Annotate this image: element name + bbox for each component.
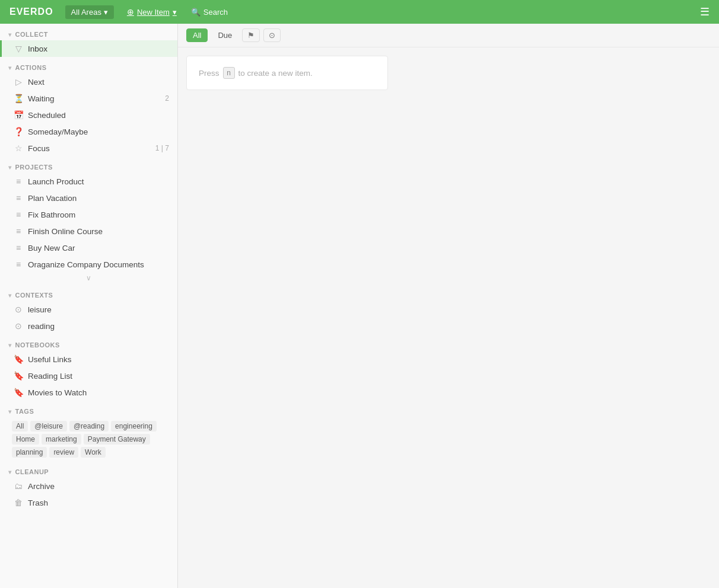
sidebar: ▾ COLLECT ▽ Inbox ▾ ACTIONS ▷ Next ⏳ Wai… (0, 24, 178, 588)
menu-button[interactable]: ☰ (700, 7, 710, 17)
search-button[interactable]: 🔍 Search (184, 5, 235, 19)
actions-section-header[interactable]: ▾ ACTIONS (0, 57, 177, 74)
cleanup-section-header[interactable]: ▾ CLEANUP (0, 461, 177, 478)
contexts-list: ⊙ leisure ⊙ reading (0, 301, 177, 334)
projects-list: ≡ Launch Product ≡ Plan Vacation ≡ Fix B… (0, 173, 177, 273)
sidebar-item-next[interactable]: ▷ Next (0, 74, 177, 90)
sidebar-item-waiting[interactable]: ⏳ Waiting 2 (0, 90, 177, 107)
main-content: All Due ⚑ ⊙ Press n to create a new item… (178, 24, 719, 588)
filter-all-button[interactable]: All (186, 28, 208, 42)
projects-section-label: PROJECTS (15, 164, 53, 171)
focus-label: Focus (28, 144, 151, 153)
filter-due-label: Due (218, 31, 232, 40)
tag-chip[interactable]: review (49, 447, 78, 458)
areas-label: All Areas (71, 8, 101, 17)
notebooks-chevron-icon: ▾ (8, 342, 12, 349)
project-label: Launch Product (28, 177, 169, 186)
archive-icon: 🗂 (14, 481, 23, 491)
tags-section-label: TAGS (15, 408, 34, 415)
notebook-label: Reading List (28, 372, 169, 381)
sidebar-item-context[interactable]: ⊙ reading (0, 318, 177, 334)
sidebar-item-project[interactable]: ≡ Finish Online Course (0, 223, 177, 239)
notebooks-section-header[interactable]: ▾ NOTEBOOKS (0, 334, 177, 351)
show-more-projects-button[interactable]: ∨ (0, 273, 177, 285)
tag-chip[interactable]: marketing (42, 434, 81, 445)
tag-chip[interactable]: Work (81, 447, 106, 458)
plus-circle-icon: ⊕ (127, 7, 134, 17)
tag-chip[interactable]: Home (12, 434, 39, 445)
tags-section-header[interactable]: ▾ TAGS (0, 401, 177, 417)
sidebar-item-notebook[interactable]: 🔖 Movies to Watch (0, 384, 177, 401)
hint-press-text: Press (199, 69, 219, 78)
sidebar-item-project[interactable]: ≡ Buy New Car (0, 239, 177, 256)
context-label: reading (28, 322, 169, 331)
projects-section-header[interactable]: ▾ PROJECTS (0, 156, 177, 173)
project-icon: ≡ (14, 177, 23, 186)
new-item-hint: Press n to create a new item. (186, 56, 388, 90)
sidebar-item-focus[interactable]: ☆ Focus 1 | 7 (0, 140, 177, 156)
sidebar-item-archive[interactable]: 🗂 Archive (0, 478, 177, 494)
project-icon: ≡ (14, 193, 23, 203)
filter-flag-button[interactable]: ⚑ (242, 28, 260, 42)
sidebar-item-notebook[interactable]: 🔖 Useful Links (0, 351, 177, 368)
tags-chevron-icon: ▾ (8, 408, 12, 415)
tag-chip[interactable]: Payment Gateway (84, 434, 150, 445)
sidebar-item-someday[interactable]: ❓ Someday/Maybe (0, 123, 177, 140)
waiting-badge: 2 (165, 94, 169, 103)
areas-dropdown-button[interactable]: All Areas ▾ (65, 5, 114, 19)
cleanup-section-label: CLEANUP (15, 468, 49, 475)
next-label: Next (28, 78, 169, 87)
sidebar-item-trash[interactable]: 🗑 Trash (0, 494, 177, 511)
search-icon: 🔍 (191, 8, 201, 17)
sidebar-item-inbox[interactable]: ▽ Inbox (0, 40, 177, 57)
context-icon: ⊙ (14, 321, 23, 331)
flag-icon: ⚑ (247, 31, 254, 40)
collect-chevron-icon: ▾ (8, 31, 12, 38)
sidebar-item-project[interactable]: ≡ Fix Bathroom (0, 206, 177, 223)
sidebar-item-notebook[interactable]: 🔖 Reading List (0, 368, 177, 384)
clock-icon: ⊙ (269, 31, 275, 40)
filter-all-label: All (193, 31, 201, 40)
sidebar-item-project[interactable]: ≡ Launch Product (0, 173, 177, 190)
sidebar-item-project[interactable]: ≡ Oraganize Company Documents (0, 256, 177, 273)
notebook-label: Useful Links (28, 355, 169, 364)
scheduled-label: Scheduled (28, 111, 169, 120)
areas-chevron-icon: ▾ (104, 8, 108, 17)
next-icon: ▷ (14, 77, 23, 87)
filter-clock-button[interactable]: ⊙ (263, 28, 281, 42)
notebook-icon: 🔖 (14, 371, 23, 381)
notebook-label: Movies to Watch (28, 388, 169, 397)
focus-icon: ☆ (14, 143, 23, 153)
notebooks-list: 🔖 Useful Links 🔖 Reading List 🔖 Movies t… (0, 351, 177, 401)
new-item-button[interactable]: ⊕ New Item ▾ (120, 5, 184, 19)
notebook-icon: 🔖 (14, 354, 23, 364)
sidebar-item-context[interactable]: ⊙ leisure (0, 301, 177, 318)
trash-icon: 🗑 (14, 498, 23, 507)
tags-area: All@leisure@readingengineeringHomemarket… (0, 417, 177, 461)
contexts-section-header[interactable]: ▾ CONTEXTS (0, 285, 177, 301)
collect-section-header[interactable]: ▾ COLLECT (0, 24, 177, 40)
chevron-down-icon: ∨ (86, 274, 91, 282)
search-label: Search (203, 8, 228, 17)
sidebar-item-project[interactable]: ≡ Plan Vacation (0, 190, 177, 206)
notebooks-section-label: NOTEBOOKS (15, 341, 60, 349)
project-icon: ≡ (14, 243, 23, 253)
contexts-section-label: CONTEXTS (15, 292, 53, 299)
tag-chip[interactable]: @reading (69, 421, 109, 432)
tag-chip[interactable]: @leisure (30, 421, 67, 432)
cleanup-chevron-icon: ▾ (8, 469, 12, 475)
app-layout: ▾ COLLECT ▽ Inbox ▾ ACTIONS ▷ Next ⏳ Wai… (0, 24, 719, 588)
filter-bar: All Due ⚑ ⊙ (178, 24, 719, 47)
top-navigation: EVERDO All Areas ▾ ⊕ New Item ▾ 🔍 Search… (0, 0, 719, 24)
project-label: Oraganize Company Documents (28, 260, 169, 269)
project-icon: ≡ (14, 260, 23, 269)
tag-chip[interactable]: All (12, 421, 28, 432)
contexts-chevron-icon: ▾ (8, 292, 12, 299)
sidebar-item-scheduled[interactable]: 📅 Scheduled (0, 107, 177, 123)
waiting-label: Waiting (28, 94, 160, 103)
filter-due-button[interactable]: Due (211, 28, 238, 42)
tag-chip[interactable]: engineering (111, 421, 157, 432)
actions-section-label: ACTIONS (15, 64, 47, 71)
hamburger-icon: ☰ (700, 6, 710, 18)
tag-chip[interactable]: planning (12, 447, 47, 458)
